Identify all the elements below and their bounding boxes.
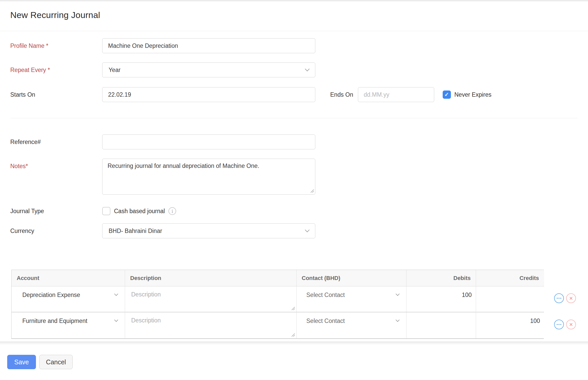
description-placeholder: Description (131, 317, 161, 324)
journal-type-label: Journal Type (10, 208, 102, 215)
column-header-debits: Debits (406, 270, 476, 286)
chevron-down-icon (305, 228, 309, 232)
account-select[interactable]: Furniture and Equipment (16, 316, 120, 326)
resize-handle-icon[interactable] (291, 333, 295, 337)
table-row-2-account-cell: Furniture and Equipment (12, 312, 125, 338)
reference-input[interactable] (102, 134, 315, 149)
starts-on-label: Starts On (10, 91, 102, 98)
table-row-2-credits-cell[interactable]: 100 (476, 312, 544, 338)
form-row-dates: Starts On Ends On ✓ Never Expires (10, 87, 578, 102)
form-row-profile-name: Profile Name * (10, 38, 578, 53)
row-delete-button[interactable]: ✕ (566, 320, 576, 329)
page-title: New Recurring Journal (10, 10, 578, 20)
ends-on-label: Ends On (330, 91, 353, 98)
ellipsis-icon (557, 298, 558, 299)
table-row-2-contact-cell: Select Contact (297, 312, 406, 338)
cancel-button[interactable]: Cancel (39, 355, 73, 369)
currency-select[interactable]: BHD- Bahraini Dinar (102, 223, 315, 238)
ends-on-input[interactable] (358, 87, 434, 102)
currency-label: Currency (10, 228, 102, 234)
contact-value: Select Contact (306, 318, 345, 324)
repeat-every-select[interactable]: Year (102, 62, 315, 77)
contact-value: Select Contact (306, 292, 345, 298)
footer-divider (0, 341, 588, 345)
table-row-1-description-cell[interactable]: Description (125, 286, 297, 312)
account-value: Furniture and Equipment (22, 318, 87, 324)
notes-textarea[interactable]: Recurring journal for annual depreciatio… (102, 159, 315, 195)
row-settings-button[interactable] (554, 293, 564, 303)
line-items-table: Account Description Contact (BHD) Debits… (11, 270, 544, 339)
chevron-down-icon (114, 292, 118, 296)
table-row-1-account-cell: Depreciation Expense (12, 286, 125, 312)
chevron-down-icon (396, 292, 400, 296)
ellipsis-icon (558, 324, 559, 325)
recurring-journal-form: Profile Name * Repeat Every * Year Start… (0, 38, 588, 238)
never-expires-label: Never Expires (454, 91, 491, 98)
profile-name-input[interactable] (102, 38, 315, 53)
notes-field-wrap: Recurring journal for annual depreciatio… (102, 159, 315, 195)
resize-handle-icon[interactable] (291, 306, 295, 310)
account-value: Depreciation Expense (22, 292, 80, 298)
form-row-notes: Notes* Recurring journal for annual depr… (10, 159, 578, 195)
account-select[interactable]: Depreciation Expense (16, 290, 120, 300)
column-header-credits: Credits (476, 270, 544, 286)
description-placeholder: Description (131, 291, 161, 298)
ellipsis-icon (558, 298, 559, 299)
info-icon[interactable]: i (168, 207, 176, 215)
table-row-1-debits-cell[interactable]: 100 (406, 286, 476, 312)
profile-name-label: Profile Name * (10, 42, 102, 49)
column-header-description: Description (125, 270, 297, 286)
chevron-down-icon (396, 318, 400, 322)
table-row-2-debits-cell[interactable] (406, 312, 476, 338)
table-row-1-credits-cell[interactable] (476, 286, 544, 312)
form-row-journal-type: Journal Type Cash based journal i (10, 207, 578, 215)
notes-label: Notes* (10, 159, 102, 170)
currency-value: BHD- Bahraini Dinar (109, 228, 162, 234)
column-header-account: Account (12, 270, 125, 286)
contact-select[interactable]: Select Contact (301, 316, 402, 326)
debits-value: 100 (462, 292, 472, 298)
chevron-down-icon (305, 67, 309, 71)
footer-actions: Save Cancel (0, 345, 588, 369)
column-header-contact: Contact (BHD) (297, 270, 406, 286)
row-delete-button[interactable]: ✕ (566, 293, 576, 303)
chevron-down-icon (114, 318, 118, 322)
starts-on-input[interactable] (102, 87, 315, 102)
line-items-section: Account Description Contact (BHD) Debits… (11, 270, 578, 339)
page-header: New Recurring Journal (0, 1, 588, 31)
repeat-every-value: Year (109, 67, 120, 74)
repeat-every-label: Repeat Every * (10, 67, 102, 74)
table-row-2-actions: ✕ (554, 320, 576, 329)
checkmark-icon: ✓ (444, 92, 449, 98)
ellipsis-icon (560, 324, 561, 325)
row-settings-button[interactable] (554, 320, 564, 329)
credits-value: 100 (530, 318, 540, 324)
cash-based-journal-label: Cash based journal (114, 208, 165, 215)
form-row-currency: Currency BHD- Bahraini Dinar (10, 223, 578, 238)
table-row-2-description-cell[interactable]: Description (125, 312, 297, 338)
section-divider (10, 118, 578, 118)
form-row-repeat-every: Repeat Every * Year (10, 62, 578, 77)
reference-label: Reference# (10, 139, 102, 146)
form-row-reference: Reference# (10, 134, 578, 149)
save-button[interactable]: Save (7, 355, 36, 369)
table-row-1-contact-cell: Select Contact (297, 286, 406, 312)
table-row-1-actions: ✕ (554, 293, 576, 303)
cash-based-journal-checkbox[interactable] (102, 207, 110, 215)
never-expires-checkbox[interactable]: ✓ (443, 91, 451, 99)
ellipsis-icon (557, 324, 558, 325)
cash-based-journal-option: Cash based journal i (102, 207, 176, 215)
ellipsis-icon (560, 298, 561, 299)
contact-select[interactable]: Select Contact (301, 290, 402, 300)
